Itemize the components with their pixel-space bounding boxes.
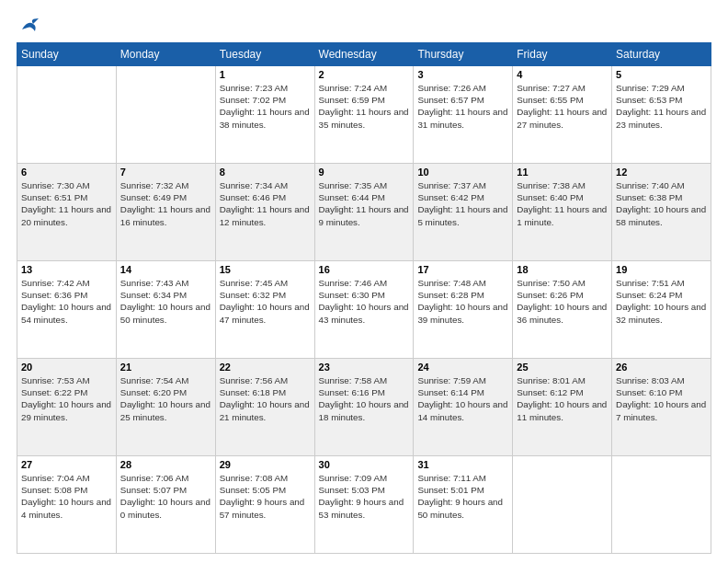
day-info: Sunrise: 7:37 AM Sunset: 6:42 PM Dayligh… bbox=[417, 179, 508, 228]
day-number: 7 bbox=[120, 167, 211, 178]
day-info: Sunrise: 7:54 AM Sunset: 6:20 PM Dayligh… bbox=[120, 374, 211, 423]
calendar-header-row: SundayMondayTuesdayWednesdayThursdayFrid… bbox=[17, 43, 711, 66]
calendar-cell: 11Sunrise: 7:38 AM Sunset: 6:40 PM Dayli… bbox=[513, 164, 612, 261]
calendar-cell: 15Sunrise: 7:45 AM Sunset: 6:32 PM Dayli… bbox=[215, 261, 314, 359]
day-info: Sunrise: 7:30 AM Sunset: 6:51 PM Dayligh… bbox=[21, 179, 112, 228]
day-info: Sunrise: 7:59 AM Sunset: 6:14 PM Dayligh… bbox=[417, 374, 508, 423]
calendar-cell bbox=[513, 456, 612, 554]
calendar-cell: 24Sunrise: 7:59 AM Sunset: 6:14 PM Dayli… bbox=[414, 359, 513, 456]
calendar-cell: 28Sunrise: 7:06 AM Sunset: 5:07 PM Dayli… bbox=[116, 456, 215, 554]
day-info: Sunrise: 7:42 AM Sunset: 6:36 PM Dayligh… bbox=[21, 277, 112, 326]
day-number: 2 bbox=[319, 69, 410, 80]
day-number: 15 bbox=[220, 264, 311, 275]
day-info: Sunrise: 7:26 AM Sunset: 6:57 PM Dayligh… bbox=[417, 82, 508, 131]
day-number: 20 bbox=[21, 362, 112, 373]
day-info: Sunrise: 7:34 AM Sunset: 6:46 PM Dayligh… bbox=[220, 179, 311, 228]
col-header-friday: Friday bbox=[513, 43, 612, 66]
calendar-cell: 22Sunrise: 7:56 AM Sunset: 6:18 PM Dayli… bbox=[215, 359, 314, 456]
day-number: 22 bbox=[220, 362, 311, 373]
calendar-cell: 2Sunrise: 7:24 AM Sunset: 6:59 PM Daylig… bbox=[314, 66, 414, 164]
calendar-cell: 27Sunrise: 7:04 AM Sunset: 5:08 PM Dayli… bbox=[17, 456, 117, 554]
day-info: Sunrise: 7:53 AM Sunset: 6:22 PM Dayligh… bbox=[21, 374, 112, 423]
day-number: 11 bbox=[517, 167, 608, 178]
calendar-cell: 29Sunrise: 7:08 AM Sunset: 5:05 PM Dayli… bbox=[215, 456, 314, 554]
calendar-cell: 12Sunrise: 7:40 AM Sunset: 6:38 PM Dayli… bbox=[612, 164, 711, 261]
col-header-wednesday: Wednesday bbox=[314, 43, 414, 66]
day-number: 21 bbox=[120, 362, 211, 373]
day-number: 5 bbox=[616, 69, 707, 80]
day-number: 24 bbox=[417, 362, 508, 373]
calendar-week-row: 13Sunrise: 7:42 AM Sunset: 6:36 PM Dayli… bbox=[17, 261, 711, 359]
day-number: 25 bbox=[517, 362, 608, 373]
day-info: Sunrise: 7:48 AM Sunset: 6:28 PM Dayligh… bbox=[417, 277, 508, 326]
calendar-cell: 31Sunrise: 7:11 AM Sunset: 5:01 PM Dayli… bbox=[414, 456, 513, 554]
day-number: 27 bbox=[21, 459, 112, 470]
logo bbox=[17, 17, 42, 33]
day-number: 3 bbox=[417, 69, 508, 80]
day-info: Sunrise: 7:43 AM Sunset: 6:34 PM Dayligh… bbox=[120, 277, 211, 326]
day-info: Sunrise: 7:32 AM Sunset: 6:49 PM Dayligh… bbox=[120, 179, 211, 228]
calendar-cell: 14Sunrise: 7:43 AM Sunset: 6:34 PM Dayli… bbox=[116, 261, 215, 359]
col-header-sunday: Sunday bbox=[17, 43, 117, 66]
calendar-week-row: 27Sunrise: 7:04 AM Sunset: 5:08 PM Dayli… bbox=[17, 456, 711, 554]
day-number: 16 bbox=[319, 264, 410, 275]
day-info: Sunrise: 8:01 AM Sunset: 6:12 PM Dayligh… bbox=[517, 374, 608, 423]
col-header-thursday: Thursday bbox=[414, 43, 513, 66]
calendar: SundayMondayTuesdayWednesdayThursdayFrid… bbox=[17, 42, 711, 554]
calendar-cell: 17Sunrise: 7:48 AM Sunset: 6:28 PM Dayli… bbox=[414, 261, 513, 359]
day-number: 29 bbox=[220, 459, 311, 470]
day-info: Sunrise: 7:51 AM Sunset: 6:24 PM Dayligh… bbox=[616, 277, 707, 326]
day-info: Sunrise: 7:08 AM Sunset: 5:05 PM Dayligh… bbox=[220, 472, 311, 521]
calendar-cell: 3Sunrise: 7:26 AM Sunset: 6:57 PM Daylig… bbox=[414, 66, 513, 164]
day-number: 30 bbox=[319, 459, 410, 470]
calendar-cell: 23Sunrise: 7:58 AM Sunset: 6:16 PM Dayli… bbox=[314, 359, 414, 456]
calendar-cell: 6Sunrise: 7:30 AM Sunset: 6:51 PM Daylig… bbox=[17, 164, 117, 261]
day-number: 28 bbox=[120, 459, 211, 470]
col-header-monday: Monday bbox=[116, 43, 215, 66]
calendar-cell: 1Sunrise: 7:23 AM Sunset: 7:02 PM Daylig… bbox=[215, 66, 314, 164]
calendar-cell bbox=[116, 66, 215, 164]
col-header-tuesday: Tuesday bbox=[215, 43, 314, 66]
calendar-cell: 26Sunrise: 8:03 AM Sunset: 6:10 PM Dayli… bbox=[612, 359, 711, 456]
day-number: 17 bbox=[417, 264, 508, 275]
calendar-cell bbox=[612, 456, 711, 554]
calendar-cell: 20Sunrise: 7:53 AM Sunset: 6:22 PM Dayli… bbox=[17, 359, 117, 456]
calendar-cell: 30Sunrise: 7:09 AM Sunset: 5:03 PM Dayli… bbox=[314, 456, 414, 554]
calendar-week-row: 6Sunrise: 7:30 AM Sunset: 6:51 PM Daylig… bbox=[17, 164, 711, 261]
day-info: Sunrise: 8:03 AM Sunset: 6:10 PM Dayligh… bbox=[616, 374, 707, 423]
logo-bird-icon bbox=[20, 17, 40, 33]
day-info: Sunrise: 7:50 AM Sunset: 6:26 PM Dayligh… bbox=[517, 277, 608, 326]
day-number: 13 bbox=[21, 264, 112, 275]
day-number: 31 bbox=[417, 459, 508, 470]
day-info: Sunrise: 7:40 AM Sunset: 6:38 PM Dayligh… bbox=[616, 179, 707, 228]
calendar-cell: 21Sunrise: 7:54 AM Sunset: 6:20 PM Dayli… bbox=[116, 359, 215, 456]
day-info: Sunrise: 7:29 AM Sunset: 6:53 PM Dayligh… bbox=[616, 82, 707, 131]
day-number: 14 bbox=[120, 264, 211, 275]
header bbox=[17, 17, 711, 33]
day-info: Sunrise: 7:35 AM Sunset: 6:44 PM Dayligh… bbox=[319, 179, 410, 228]
day-number: 1 bbox=[220, 69, 311, 80]
day-number: 6 bbox=[21, 167, 112, 178]
day-info: Sunrise: 7:45 AM Sunset: 6:32 PM Dayligh… bbox=[220, 277, 311, 326]
calendar-cell: 10Sunrise: 7:37 AM Sunset: 6:42 PM Dayli… bbox=[414, 164, 513, 261]
day-number: 12 bbox=[616, 167, 707, 178]
day-number: 9 bbox=[319, 167, 410, 178]
day-info: Sunrise: 7:09 AM Sunset: 5:03 PM Dayligh… bbox=[319, 472, 410, 521]
day-info: Sunrise: 7:58 AM Sunset: 6:16 PM Dayligh… bbox=[319, 374, 410, 423]
calendar-cell: 4Sunrise: 7:27 AM Sunset: 6:55 PM Daylig… bbox=[513, 66, 612, 164]
day-number: 26 bbox=[616, 362, 707, 373]
col-header-saturday: Saturday bbox=[612, 43, 711, 66]
day-info: Sunrise: 7:46 AM Sunset: 6:30 PM Dayligh… bbox=[319, 277, 410, 326]
day-info: Sunrise: 7:11 AM Sunset: 5:01 PM Dayligh… bbox=[417, 472, 508, 521]
calendar-cell: 19Sunrise: 7:51 AM Sunset: 6:24 PM Dayli… bbox=[612, 261, 711, 359]
day-info: Sunrise: 7:56 AM Sunset: 6:18 PM Dayligh… bbox=[220, 374, 311, 423]
calendar-week-row: 20Sunrise: 7:53 AM Sunset: 6:22 PM Dayli… bbox=[17, 359, 711, 456]
day-info: Sunrise: 7:27 AM Sunset: 6:55 PM Dayligh… bbox=[517, 82, 608, 131]
day-info: Sunrise: 7:38 AM Sunset: 6:40 PM Dayligh… bbox=[517, 179, 608, 228]
calendar-cell: 7Sunrise: 7:32 AM Sunset: 6:49 PM Daylig… bbox=[116, 164, 215, 261]
day-number: 4 bbox=[517, 69, 608, 80]
day-number: 10 bbox=[417, 167, 508, 178]
calendar-cell: 25Sunrise: 8:01 AM Sunset: 6:12 PM Dayli… bbox=[513, 359, 612, 456]
day-info: Sunrise: 7:04 AM Sunset: 5:08 PM Dayligh… bbox=[21, 472, 112, 521]
day-number: 19 bbox=[616, 264, 707, 275]
